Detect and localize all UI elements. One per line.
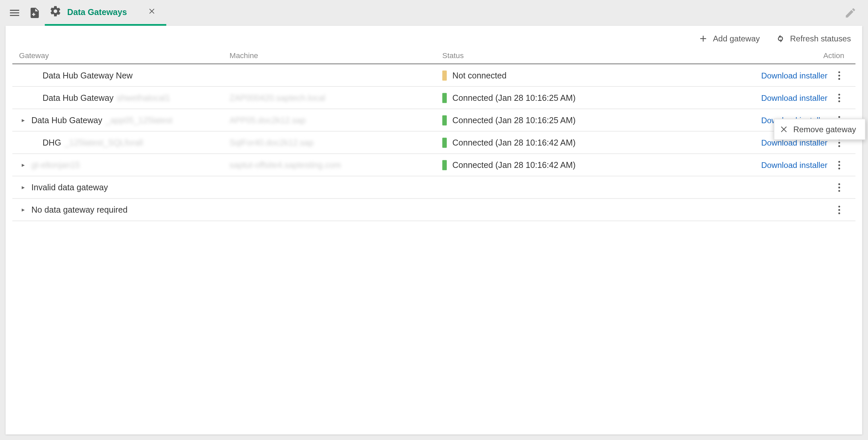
table-row: ▸No data gateway required <box>12 199 856 221</box>
status-indicator-icon <box>442 70 447 80</box>
svg-point-10 <box>838 142 840 143</box>
table-row: ▸Data Hub Gateway_app05_125latestAPP05.d… <box>12 109 856 131</box>
refresh-statuses-button[interactable]: Refresh statuses <box>776 34 851 44</box>
cell-machine: SqlFor40.doc2k12.sap <box>230 138 442 148</box>
status-indicator-icon <box>442 115 447 125</box>
cell-status: Connected (Jan 28 10:16:42 AM) <box>442 160 739 170</box>
edit-button[interactable] <box>843 3 863 23</box>
close-icon <box>148 7 156 15</box>
svg-point-11 <box>838 145 840 147</box>
svg-point-15 <box>838 183 840 185</box>
row-actions-menu-button[interactable] <box>834 205 844 215</box>
svg-point-3 <box>838 93 840 95</box>
content-card: Add gateway Refresh statuses Gateway Mac… <box>6 26 862 434</box>
col-header-status: Status <box>442 52 739 60</box>
new-file-button[interactable] <box>25 3 45 23</box>
remove-gateway-label: Remove gateway <box>793 125 856 134</box>
download-installer-link[interactable]: Download installer <box>761 160 828 169</box>
svg-point-19 <box>838 209 840 210</box>
svg-point-4 <box>838 97 840 98</box>
cell-gateway: ▸gt-eltonjan15 <box>17 160 229 170</box>
plus-icon <box>699 34 708 44</box>
cell-gateway: ▸No data gateway required <box>17 205 229 215</box>
cell-status: Connected (Jan 28 10:16:25 AM) <box>442 115 739 125</box>
new-file-icon <box>29 7 41 19</box>
gateway-name: No data gateway required <box>31 205 127 215</box>
cell-gateway: ▸Data Hub Gatewayshwethalocal1 <box>17 93 229 102</box>
machine-name-redacted: saptut-offsite4.saptesting.com <box>230 160 341 170</box>
row-actions-menu-button[interactable] <box>834 93 844 103</box>
svg-point-18 <box>838 205 840 207</box>
status-text: Connected (Jan 28 10:16:25 AM) <box>452 115 576 125</box>
row-actions-menu-button[interactable] <box>834 182 844 192</box>
download-installer-link[interactable]: Download installer <box>761 93 828 102</box>
tab-close-button[interactable] <box>148 7 156 17</box>
status-text: Not connected <box>452 70 506 80</box>
kebab-icon <box>838 183 840 192</box>
kebab-icon <box>838 205 840 214</box>
refresh-icon <box>776 34 785 44</box>
table-row: ▸Data Hub Gateway NewNot connectedDownlo… <box>12 64 856 87</box>
status-text: Connected (Jan 28 10:16:25 AM) <box>452 93 576 102</box>
cell-status: Not connected <box>442 70 739 80</box>
svg-point-16 <box>838 186 840 188</box>
svg-point-17 <box>838 190 840 191</box>
gateway-name-redacted: gt-eltonjan15 <box>31 160 80 170</box>
svg-point-1 <box>838 74 840 76</box>
gateway-name-redacted: _app05_125latest <box>106 115 173 125</box>
kebab-icon <box>838 160 840 169</box>
row-actions-menu-button[interactable] <box>834 160 844 170</box>
table-row: ▸Data Hub Gatewayshwethalocal1ZAP000420.… <box>12 87 856 109</box>
add-gateway-label: Add gateway <box>713 34 760 43</box>
expand-chevron-icon[interactable]: ▸ <box>19 205 28 214</box>
col-header-machine: Machine <box>230 52 442 60</box>
kebab-icon <box>838 71 840 80</box>
status-indicator-icon <box>442 160 447 170</box>
add-gateway-button[interactable]: Add gateway <box>699 34 760 44</box>
cell-machine: ZAP000420.saptech.local <box>230 93 442 102</box>
cell-gateway: ▸Invalid data gateway <box>17 183 229 192</box>
cell-gateway: ▸Data Hub Gateway New <box>17 70 229 80</box>
remove-gateway-menu-item[interactable]: Remove gateway <box>774 122 865 137</box>
cell-action <box>739 182 851 192</box>
row-actions-menu-button[interactable] <box>834 70 844 80</box>
pencil-icon <box>844 7 857 19</box>
gateways-table: Gateway Machine Status Action ▸Data Hub … <box>12 48 856 221</box>
table-header: Gateway Machine Status Action <box>12 48 856 64</box>
machine-name-redacted: APP05.doc2k12.sap <box>230 115 306 125</box>
download-installer-link[interactable]: Download installer <box>761 71 828 80</box>
status-text: Connected (Jan 28 10:16:42 AM) <box>452 160 576 170</box>
status-indicator-icon <box>442 137 447 148</box>
gateway-name-redacted: shwethalocal1 <box>117 93 170 102</box>
expand-chevron-icon[interactable]: ▸ <box>19 160 28 169</box>
close-icon <box>780 125 789 134</box>
hamburger-menu-button[interactable] <box>4 3 24 23</box>
tab-title: Data Gateways <box>67 7 127 17</box>
gateway-name: Invalid data gateway <box>31 183 108 192</box>
cell-action <box>739 205 851 215</box>
hamburger-icon <box>8 7 21 19</box>
svg-point-20 <box>838 212 840 214</box>
cell-status: Connected (Jan 28 10:16:42 AM) <box>442 137 739 148</box>
cell-machine: saptut-offsite4.saptesting.com <box>230 160 442 170</box>
status-indicator-icon <box>442 93 447 103</box>
svg-point-0 <box>838 71 840 73</box>
expand-chevron-icon[interactable]: ▸ <box>19 183 28 192</box>
cell-action: Download installer <box>739 93 851 103</box>
topbar: Data Gateways <box>0 0 868 26</box>
gateway-name-redacted: _125latest_SQLforall <box>64 138 143 148</box>
cell-action: Download installer <box>739 160 851 170</box>
expand-chevron-icon[interactable]: ▸ <box>19 116 28 125</box>
status-text: Connected (Jan 28 10:16:42 AM) <box>452 138 576 148</box>
svg-point-5 <box>838 100 840 102</box>
col-header-action: Action <box>739 52 851 60</box>
tab-data-gateways[interactable]: Data Gateways <box>45 0 166 26</box>
gateway-name: Data Hub Gateway <box>42 93 114 102</box>
table-row: ▸Invalid data gateway <box>12 176 856 199</box>
col-header-gateway: Gateway <box>17 52 229 60</box>
svg-point-13 <box>838 164 840 165</box>
cell-action: Download installer <box>739 70 851 80</box>
card-actions: Add gateway Refresh statuses <box>6 26 862 46</box>
row-context-menu: Remove gateway <box>774 119 866 140</box>
cell-machine: APP05.doc2k12.sap <box>230 115 442 125</box>
